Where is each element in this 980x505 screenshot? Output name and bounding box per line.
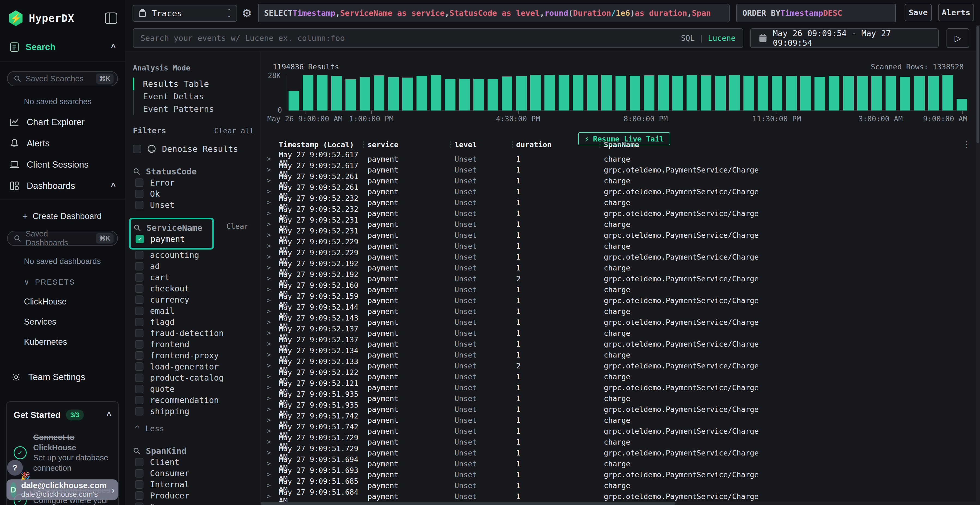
filter-item[interactable]: Server: [133, 501, 254, 505]
histogram-bar[interactable]: [288, 91, 299, 110]
preset-services[interactable]: Services: [0, 317, 125, 327]
histogram-bar[interactable]: [815, 77, 825, 110]
create-dashboard-button[interactable]: + Create Dashboard: [0, 211, 125, 221]
table-options-kebab-icon[interactable]: ⋮: [963, 140, 971, 149]
row-expand-chevron[interactable]: >: [267, 329, 279, 337]
histogram-bar[interactable]: [587, 75, 598, 110]
histogram-bar[interactable]: [701, 75, 711, 110]
histogram-bar[interactable]: [516, 76, 527, 110]
get-started-step-connect[interactable]: ✓ Connect to ClickHouse Set up your data…: [14, 432, 111, 473]
histogram-bar[interactable]: [360, 77, 370, 110]
row-expand-chevron[interactable]: >: [267, 318, 279, 326]
sidebar-collapse-icon[interactable]: [105, 13, 117, 24]
denoise-results-toggle[interactable]: Denoise Results: [133, 144, 254, 154]
checkbox[interactable]: [135, 480, 143, 489]
histogram-bar[interactable]: [530, 75, 541, 110]
histogram-bar[interactable]: [687, 75, 697, 110]
checkbox[interactable]: [135, 340, 143, 349]
clear-all-link[interactable]: Clear all: [214, 127, 254, 135]
resume-live-tail-button[interactable]: ⚡ Resume Live Tail: [578, 132, 670, 145]
checkbox[interactable]: [135, 503, 143, 505]
sql-select-editor[interactable]: SELECT Timestamp, ServiceName as service…: [258, 4, 730, 22]
row-expand-chevron[interactable]: >: [267, 438, 279, 446]
column-resize-handle[interactable]: ⋮: [360, 140, 368, 149]
histogram-bar[interactable]: [303, 75, 313, 110]
histogram-bar[interactable]: [715, 76, 726, 110]
row-expand-chevron[interactable]: >: [267, 264, 279, 272]
histogram-bar[interactable]: [757, 76, 768, 110]
checkbox[interactable]: [135, 458, 143, 466]
histogram-bar[interactable]: [928, 76, 939, 110]
row-expand-chevron[interactable]: >: [267, 155, 279, 163]
histogram-bar[interactable]: [729, 75, 740, 110]
histogram-bar[interactable]: [786, 76, 797, 110]
user-menu[interactable]: D dale@clickhouse.com dale@clickhouse.co…: [6, 480, 118, 500]
filter-item-payment-checked[interactable]: ✓ payment: [134, 233, 208, 245]
sidebar-item-team-settings[interactable]: Team Settings: [0, 372, 125, 382]
filter-item[interactable]: Error: [133, 177, 254, 188]
histogram-bar[interactable]: [317, 75, 328, 110]
filter-group-spankind[interactable]: SpanKind: [133, 445, 254, 457]
histogram-bar[interactable]: [445, 79, 455, 110]
histogram-bar[interactable]: [829, 76, 839, 110]
sidebar-item-chart-explorer[interactable]: Chart Explorer: [0, 117, 125, 127]
checkbox[interactable]: [133, 145, 141, 153]
sidebar-item-alerts[interactable]: Alerts: [0, 138, 125, 149]
histogram-bar[interactable]: [374, 75, 384, 110]
checkbox[interactable]: [135, 491, 143, 500]
scrollbar-thumb[interactable]: [977, 26, 979, 143]
mode-results-table[interactable]: Results Table: [133, 78, 254, 90]
filter-item[interactable]: product-catalog: [133, 372, 254, 383]
col-timestamp[interactable]: Timestamp (Local): [279, 140, 368, 149]
column-resize-handle[interactable]: ⋮: [509, 140, 516, 149]
query-language-toggle[interactable]: SQL | Lucene: [681, 34, 735, 43]
row-expand-chevron[interactable]: >: [267, 308, 279, 315]
row-expand-chevron[interactable]: >: [267, 199, 279, 206]
checkbox[interactable]: [135, 295, 143, 304]
checkbox[interactable]: [135, 385, 143, 393]
histogram-bar[interactable]: [331, 76, 342, 110]
histogram-bar[interactable]: [417, 76, 427, 110]
filter-item[interactable]: recommendation: [133, 395, 254, 406]
filter-item[interactable]: currency: [133, 294, 254, 305]
histogram-bar[interactable]: [743, 76, 754, 110]
date-range-picker[interactable]: May 26 09:09:54 - May 27 09:09:54: [750, 28, 939, 48]
row-expand-chevron[interactable]: >: [267, 210, 279, 217]
filter-item[interactable]: load-generator: [133, 361, 254, 372]
histogram-bar[interactable]: [488, 79, 498, 110]
order-by-editor[interactable]: ORDER BY Timestamp DESC: [737, 4, 896, 22]
lang-sql[interactable]: SQL: [681, 34, 695, 43]
servicename-clear-link[interactable]: Clear: [226, 222, 248, 230]
checkbox[interactable]: [135, 262, 143, 270]
histogram-bar[interactable]: [772, 76, 783, 110]
filter-group-statuscode[interactable]: StatusCode: [133, 166, 254, 177]
alerts-button[interactable]: Alerts: [938, 4, 974, 21]
histogram-bar[interactable]: [942, 75, 953, 110]
table-row[interactable]: > May 27 9:09:52.617 AM payment Unset 1 …: [261, 151, 976, 161]
chevron-up-icon[interactable]: ^: [111, 181, 116, 191]
filter-item[interactable]: quote: [133, 383, 254, 395]
chevron-up-icon[interactable]: ^: [107, 410, 111, 419]
histogram-bar[interactable]: [502, 76, 512, 110]
filter-item[interactable]: Ok: [133, 188, 254, 199]
row-expand-chevron[interactable]: >: [267, 384, 279, 391]
histogram-bar[interactable]: [431, 75, 441, 110]
filter-item[interactable]: cart: [133, 272, 254, 283]
filter-item[interactable]: email: [133, 305, 254, 316]
checkbox[interactable]: [135, 469, 143, 478]
row-expand-chevron[interactable]: >: [267, 395, 279, 402]
row-expand-chevron[interactable]: >: [267, 481, 279, 489]
event-search-input[interactable]: Search your events w/ Lucene ex. column:…: [133, 28, 743, 48]
histogram-bar[interactable]: [900, 77, 910, 110]
filter-item[interactable]: flagd: [133, 316, 254, 327]
row-expand-chevron[interactable]: >: [267, 253, 279, 260]
histogram-bar[interactable]: [630, 76, 640, 110]
column-resize-handle[interactable]: ⋮: [447, 140, 455, 149]
row-expand-chevron[interactable]: >: [267, 221, 279, 228]
histogram-bar[interactable]: [616, 76, 626, 110]
filter-item[interactable]: fraud-detection: [133, 327, 254, 339]
row-expand-chevron[interactable]: >: [267, 166, 279, 173]
filter-item[interactable]: shipping: [133, 406, 254, 417]
row-expand-chevron[interactable]: >: [267, 242, 279, 250]
row-expand-chevron[interactable]: >: [267, 351, 279, 359]
